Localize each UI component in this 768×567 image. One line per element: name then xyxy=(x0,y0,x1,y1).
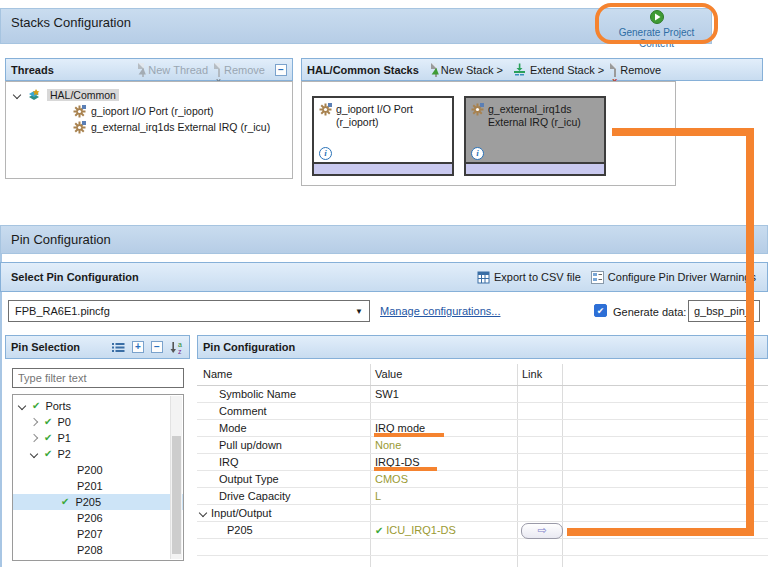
pin-tree-item[interactable]: ✔P0 xyxy=(13,414,183,430)
stack-card-footer xyxy=(314,162,452,174)
tree-expander-icon[interactable] xyxy=(13,91,21,99)
generate-data-checkbox[interactable]: ✔ xyxy=(594,304,607,317)
row-value[interactable]: ✔ ICU_IRQ1-DS xyxy=(375,524,456,536)
stack-card-footer xyxy=(466,162,604,174)
row-value[interactable]: None xyxy=(375,439,401,451)
tree-expander-icon[interactable] xyxy=(199,509,207,517)
pin-selection-title: Pin Selection xyxy=(11,341,80,353)
pin-tree-item[interactable]: P200 xyxy=(13,462,183,478)
thread-tree-item[interactable]: g_external_irq1ds External IRQ (r_icu) xyxy=(6,119,292,135)
pin-tree-label: P200 xyxy=(77,464,103,476)
pin-tree-item[interactable]: ✔P205 xyxy=(13,494,183,510)
row-name: Symbolic Name xyxy=(219,388,296,400)
table-row[interactable]: Pull up/downNone xyxy=(197,437,768,454)
thread-tree-item[interactable]: HAL/Common xyxy=(6,87,292,103)
check-icon: ✔ xyxy=(44,433,52,443)
collapse-all-icon[interactable]: − xyxy=(275,64,287,76)
tree-expander-icon[interactable] xyxy=(30,418,38,426)
orange-underline-annotation xyxy=(374,433,444,437)
pin-tree-label: P207 xyxy=(77,528,103,540)
pin-tree-label: P0 xyxy=(57,416,70,428)
pin-tree-label: Ports xyxy=(45,400,71,412)
row-value[interactable]: CMOS xyxy=(375,473,408,485)
tree-expander-icon[interactable] xyxy=(30,450,38,458)
pin-tree-item[interactable]: P201 xyxy=(13,478,183,494)
row-value[interactable]: SW1 xyxy=(375,388,399,400)
pin-tree-item[interactable]: ✔P1 xyxy=(13,430,183,446)
pin-tree-item[interactable]: P207 xyxy=(13,526,183,542)
scrollbar-thumb[interactable] xyxy=(172,436,181,554)
check-icon: ✔ xyxy=(375,525,386,536)
remove-thread-button[interactable]: Remove xyxy=(218,64,265,76)
pin-selection-tree: ✔Ports✔P0✔P1✔P2P200P201✔P205P206P207P208 xyxy=(12,394,184,561)
table-row[interactable]: Drive CapacityL xyxy=(197,488,768,505)
module-icon xyxy=(471,103,484,129)
info-icon[interactable]: i xyxy=(471,147,484,160)
table-row[interactable]: Input/Output xyxy=(197,505,768,522)
pin-tree-item[interactable]: P206 xyxy=(13,510,183,526)
stacks-panel-header: HAL/Common Stacks New Stack > Extend Sta… xyxy=(301,58,763,81)
fsp-configuration-view: Stacks Configuration Generate Project Co… xyxy=(0,0,768,567)
view-left-border xyxy=(0,254,2,567)
stack-card[interactable]: g_external_irq1dsExternal IRQ (r_icu)i xyxy=(464,96,606,176)
scrollbar[interactable] xyxy=(170,396,182,559)
pin-config-table-header: Pin Configuration xyxy=(197,335,768,359)
row-name: Comment xyxy=(219,405,267,417)
orange-underline-annotation xyxy=(374,467,437,471)
remove-stack-button[interactable]: Remove xyxy=(614,64,661,76)
pin-tree-item[interactable]: ✔Ports xyxy=(13,398,183,414)
connector-bottom-segment xyxy=(567,528,754,536)
new-stack-button[interactable]: New Stack > xyxy=(435,64,503,76)
pin-tree-item[interactable]: ✔P2 xyxy=(13,446,183,462)
column-header: Name xyxy=(203,368,232,380)
collapse-all-icon[interactable]: − xyxy=(151,341,163,353)
pin-tree-label: P206 xyxy=(77,512,103,524)
extend-stack-button[interactable]: Extend Stack > xyxy=(513,63,604,76)
table-row[interactable]: ModeIRQ mode xyxy=(197,420,768,437)
check-icon: ✔ xyxy=(32,401,40,411)
configure-pin-driver-warnings-button[interactable]: Configure Pin Driver Warnings xyxy=(591,271,756,284)
stack-card-label: g_ioport I/O Port(r_ioport) xyxy=(336,103,413,129)
tree-expander-icon[interactable] xyxy=(18,402,26,410)
pin-filter-input[interactable] xyxy=(12,368,184,388)
link-arrow-button[interactable]: ⇨ xyxy=(521,523,563,539)
row-value[interactable]: L xyxy=(375,490,381,502)
manage-configurations-link[interactable]: Manage configurations... xyxy=(380,305,500,317)
table-row[interactable] xyxy=(197,539,768,556)
generate-project-content-button[interactable]: Generate Project Content xyxy=(600,10,713,49)
new-thread-button[interactable]: New Thread xyxy=(142,64,208,76)
module-icon xyxy=(319,103,332,129)
chevron-down-icon: ▼ xyxy=(355,307,363,316)
pin-tree-item[interactable]: P208 xyxy=(13,542,183,558)
sort-az-icon[interactable]: az xyxy=(170,341,184,354)
table-row[interactable]: Output TypeCMOS xyxy=(197,471,768,488)
configure-warnings-icon xyxy=(591,271,604,284)
pin-selection-header: Pin Selection + − az xyxy=(5,335,190,359)
threads-panel-header: Threads New Thread Remove − xyxy=(5,58,293,81)
threads-tree: HAL/Commong_ioport I/O Port (r_ioport)g_… xyxy=(5,81,293,179)
thread-tree-item[interactable]: g_ioport I/O Port (r_ioport) xyxy=(6,103,292,119)
pin-tree-label: P205 xyxy=(75,496,101,508)
module-icon xyxy=(73,105,86,118)
pin-config-table-title: Pin Configuration xyxy=(203,341,295,353)
expand-all-icon[interactable]: + xyxy=(132,341,144,353)
show-as-list-icon[interactable] xyxy=(112,342,125,353)
check-icon: ✔ xyxy=(44,449,52,459)
check-icon: ✔ xyxy=(44,417,52,427)
row-name: Drive Capacity xyxy=(219,490,291,502)
threads-title: Threads xyxy=(11,64,54,76)
table-row[interactable]: Symbolic NameSW1 xyxy=(197,386,768,403)
export-csv-icon xyxy=(477,271,490,284)
table-row[interactable] xyxy=(197,556,768,567)
pincfg-dropdown[interactable]: FPB_RA6E1.pincfg ▼ xyxy=(8,300,370,322)
tree-expander-icon[interactable] xyxy=(30,434,38,442)
export-csv-button[interactable]: Export to CSV file xyxy=(477,271,581,284)
generate-project-content-label: Generate Project Content xyxy=(600,27,713,49)
thread-tree-label: g_ioport I/O Port (r_ioport) xyxy=(91,105,214,117)
connector-vertical-segment xyxy=(746,128,754,536)
hal-common-icon xyxy=(26,88,42,102)
info-icon[interactable]: i xyxy=(319,147,332,160)
table-row[interactable]: IRQIRQ1-DS xyxy=(197,454,768,471)
stack-card[interactable]: g_ioport I/O Port(r_ioport)i xyxy=(312,96,454,176)
table-row[interactable]: Comment xyxy=(197,403,768,420)
